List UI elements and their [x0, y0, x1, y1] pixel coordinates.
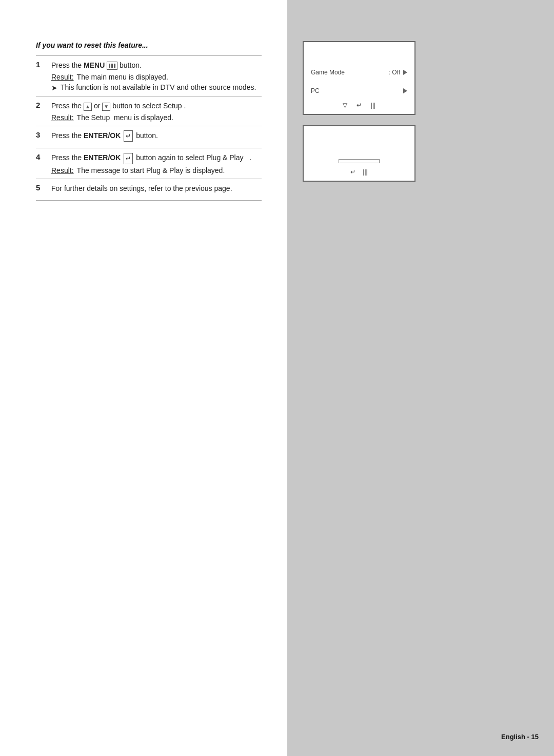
- tv2-menu-icon: |||: [363, 168, 367, 176]
- step2-main: Press the ▲ or ▼ button to select Setup …: [51, 101, 262, 111]
- tv1-bottom-icons: ▽ ↵ |||: [311, 102, 407, 109]
- step-row-4: 4 Press the ENTER/OK ↵ button again to s…: [36, 148, 262, 179]
- step-num-1: 1: [36, 56, 51, 96]
- step-content-5: For further details on settings, refer t…: [51, 179, 262, 200]
- step2-result: Result: The Setup menu is displayed.: [51, 113, 262, 122]
- step-content-3: Press the ENTER/OK ↵ button.: [51, 126, 262, 148]
- tv1-down-icon: ▽: [343, 102, 347, 109]
- section-heading: If you want to reset this feature...: [36, 41, 262, 49]
- result-text-4: The message to start Plug & Play is disp…: [77, 166, 225, 175]
- pp-highlight: [339, 159, 380, 163]
- step1-result: Result: The main menu is displayed.: [51, 73, 262, 81]
- step-num-4: 4: [36, 148, 51, 179]
- down-arrow-icon: ▼: [102, 103, 110, 111]
- result-text-1: The main menu is displayed.: [77, 73, 168, 81]
- result-label-1: Result:: [51, 73, 74, 81]
- enter-label-3: ENTER/OK: [84, 131, 121, 140]
- step-row-2: 2 Press the ▲ or ▼ button to select Setu…: [36, 96, 262, 126]
- note-arrow-icon: ➤: [51, 84, 57, 92]
- step-content-1: Press the MENU button. Result: The main …: [51, 56, 262, 96]
- page-number: English - 15: [501, 733, 539, 741]
- step3-main: Press the ENTER/OK ↵ button.: [51, 130, 262, 142]
- step5-main: For further details on settings, refer t…: [51, 183, 262, 194]
- tv2-bottom-icons: ↵ |||: [311, 168, 407, 176]
- tv2-enter-icon: ↵: [350, 168, 355, 176]
- tv-screen-1: Game Mode : Off PC ▽ ↵ |||: [303, 41, 416, 115]
- pc-label: PC: [311, 87, 320, 94]
- step-content-4: Press the ENTER/OK ↵ button again to sel…: [51, 148, 262, 179]
- tv-row-game-mode: Game Mode : Off: [311, 66, 407, 79]
- page-footer: English - 15: [501, 733, 539, 741]
- step-content-2: Press the ▲ or ▼ button to select Setup …: [51, 96, 262, 126]
- step4-result: Result: The message to start Plug & Play…: [51, 166, 262, 175]
- game-mode-label: Game Mode: [311, 69, 345, 76]
- step-num-2: 2: [36, 96, 51, 126]
- sidebar-area: Game Mode : Off PC ▽ ↵ |||: [287, 0, 554, 756]
- right-arrow-icon: [403, 70, 407, 75]
- result-label-4: Result:: [51, 166, 74, 175]
- pc-right-arrow-icon: [403, 88, 407, 93]
- up-arrow-icon: ▲: [84, 103, 92, 111]
- pc-arrow: [403, 88, 407, 93]
- step-row-1: 1 Press the MENU button. Re: [36, 56, 262, 96]
- enter-icon-3: ↵: [124, 130, 133, 142]
- steps-table: 1 Press the MENU button. Re: [36, 56, 262, 201]
- enter-icon-4: ↵: [124, 153, 133, 164]
- tv1-enter-icon: ↵: [357, 102, 362, 109]
- result-text-2: The Setup menu is displayed.: [77, 113, 173, 122]
- game-mode-value: : Off: [389, 69, 407, 76]
- enter-label-4: ENTER/OK: [84, 153, 121, 162]
- menu-icon: [107, 62, 117, 70]
- step-row-3: 3 Press the ENTER/OK ↵ button.: [36, 126, 262, 148]
- page-layout: If you want to reset this feature... 1 P…: [0, 0, 554, 756]
- tv-screen-2: ↵ |||: [303, 125, 416, 182]
- content-area: If you want to reset this feature... 1 P…: [0, 0, 287, 756]
- tv1-menu-icon: |||: [371, 102, 375, 109]
- step-num-3: 3: [36, 126, 51, 148]
- result-label-2: Result:: [51, 113, 74, 122]
- step1-note-text: This function is not available in DTV an…: [61, 83, 256, 91]
- menu-label: MENU: [84, 61, 105, 69]
- step1-note: ➤ This function is not available in DTV …: [51, 83, 262, 92]
- step1-main: Press the MENU button.: [51, 60, 262, 71]
- step-num-5: 5: [36, 179, 51, 200]
- tv-row-pc: PC: [311, 84, 407, 98]
- step4-main: Press the ENTER/OK ↵ button again to sel…: [51, 152, 262, 164]
- step-row-5: 5 For further details on settings, refer…: [36, 179, 262, 200]
